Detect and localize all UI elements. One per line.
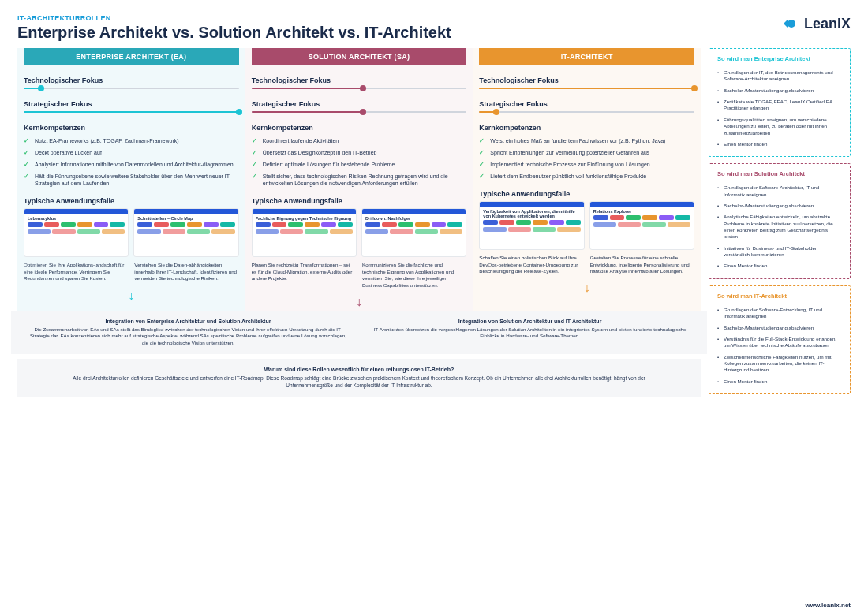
sidebox-item: Grundlagen der Software-Entwicklung, IT … — [717, 304, 842, 322]
competency-item: Spricht Empfehlungen zur Vermeidung pote… — [479, 147, 694, 158]
sidebox-item: Bachelor-/Masterstudiengang absolvieren — [717, 85, 842, 96]
integration-box: Integration von Enterprise Architektur u… — [11, 311, 365, 354]
kicker: IT-ARCHITEKTURROLLEN — [17, 14, 451, 22]
usecase-card: Drilldown: Nachfolger — [361, 208, 466, 257]
summary-title: Warum sind diese Rollen wesentlich für e… — [65, 367, 653, 372]
column-header: IT-ARCHITEKT — [479, 48, 694, 65]
tech-focus-label: Technologischer Fokus — [479, 76, 694, 84]
strat-slider — [479, 111, 694, 113]
usecase-desc: Gestalten Sie Prozesse für eine schnelle… — [590, 255, 694, 274]
tech-slider — [479, 88, 694, 89]
usecase-card: Lebenszyklus — [24, 208, 129, 257]
sidebox-list: Grundlagen der IT, des Betriebsmanagemen… — [717, 67, 842, 150]
integration-text: IT-Architekten übersetzen die vorgeschla… — [369, 326, 691, 340]
sidebox: So wird man Solution ArchitektGrundlagen… — [709, 163, 851, 279]
arrow-down-icon: ↓ — [24, 289, 239, 303]
logo: LeanIX — [780, 14, 851, 33]
strat-slider — [24, 111, 239, 113]
sidebox-item: Grundlagen der IT, des Betriebsmanagemen… — [717, 67, 842, 85]
arrow-down-icon: ↓ — [252, 295, 467, 309]
sidebox-list: Grundlagen der Software-Architektur, IT … — [717, 182, 842, 272]
sidebox-title: So wird man Solution Architekt — [717, 170, 842, 177]
arrow-down-icon: ↓ — [479, 281, 694, 295]
usecases-title: Typische Anwendungsfälle — [252, 197, 467, 205]
usecase-desc: Optimieren Sie Ihre Applikations-landsch… — [24, 262, 128, 281]
tech-slider — [24, 88, 239, 89]
competency-item: Weist ein hohes Maß an fundiertem Fachwi… — [479, 135, 694, 147]
sidebox-item: Einen Mentor finden — [717, 260, 842, 271]
sidebox-item: Einen Mentor finden — [717, 139, 842, 150]
competencies-list: Weist ein hohes Maß an fundiertem Fachwi… — [479, 135, 694, 182]
tech-focus-label: Technologischer Fokus — [24, 76, 239, 84]
sidebox-item: Verständnis für die Full-Stack-Entwicklu… — [717, 334, 842, 352]
sidebox-item: Bachelor-/Masterstudiengang absolvieren — [717, 200, 842, 211]
usecases-title: Typische Anwendungsfälle — [479, 190, 694, 198]
competency-item: Liefert dem Endbenutzer pünktlich voll f… — [479, 170, 694, 182]
competency-item: Deckt operative Lücken auf — [24, 147, 239, 158]
competency-item: Stellt sicher, dass technologischen Risi… — [252, 170, 467, 189]
usecase-card: Relations Explorer — [589, 201, 694, 250]
sidebox-item: Führungsqualitäten aneignen, um verschie… — [717, 114, 842, 139]
column-it: IT-ARCHITEKT Technologischer Fokus Strat… — [473, 48, 701, 311]
strat-focus-label: Strategischer Fokus — [24, 100, 239, 108]
svg-point-0 — [788, 20, 795, 28]
strat-focus-label: Strategischer Fokus — [252, 100, 467, 108]
sidebox-item: Zertifikate wie TOGAF, FEAC, LeanIX Cert… — [717, 96, 842, 114]
sidebox: So wird man IT-ArchitektGrundlagen der S… — [709, 285, 851, 394]
column-sa: SOLUTION ARCHITEKT (SA) Technologischer … — [245, 48, 473, 311]
integration-box: Integration von Solution Architektur und… — [353, 311, 707, 354]
usecase-desc: Schaffen Sie einen holistischen Blick au… — [479, 255, 583, 274]
competency-item: Koordiniert laufende Aktivitäten — [252, 135, 467, 147]
sidebox-item: Initiativen für Business- und IT-Stakeho… — [717, 243, 842, 261]
competency-item: Hält die Führungsebene sowie weitere Sta… — [24, 170, 239, 189]
column-header: ENTERPRISE ARCHITEKT (EA) — [24, 48, 239, 65]
usecase-card: Schnittstellen – Circle Map — [133, 208, 238, 257]
competencies-list: Nutzt EA-Frameworks (z.B. TOGAF, Zachman… — [24, 135, 239, 189]
summary-box: Warum sind diese Rollen wesentlich für e… — [17, 359, 701, 397]
usecase-card: Fachliche Eignung gegen Technische Eignu… — [252, 208, 357, 257]
sidebox-item: Bachelor-/Masterstudiengang absolvieren — [717, 322, 842, 334]
competencies-list: Koordiniert laufende AktivitätenÜbersetz… — [252, 135, 467, 189]
logo-text: LeanIX — [804, 16, 851, 32]
integration-title: Integration von Solution Architektur und… — [369, 319, 691, 324]
footer-url: www.leanix.net — [806, 602, 851, 609]
tech-focus-label: Technologischer Fokus — [252, 76, 467, 84]
integration-text: Die Zusammenarbeit von EAs und SAs stell… — [27, 326, 350, 346]
strat-focus-label: Strategischer Fokus — [479, 100, 694, 108]
competencies-title: Kernkompetenzen — [24, 124, 239, 132]
column-header: SOLUTION ARCHITEKT (SA) — [252, 48, 467, 65]
strat-slider — [252, 111, 467, 113]
column-ea: ENTERPRISE ARCHITEKT (EA) Technologische… — [17, 48, 245, 311]
logo-icon — [780, 14, 799, 33]
competencies-title: Kernkompetenzen — [479, 124, 694, 132]
sidebox-item: Zwischenmenschliche Fähigkeiten nutzen, … — [717, 352, 842, 376]
usecases-title: Typische Anwendungsfälle — [24, 197, 239, 205]
integration-title: Integration von Enterprise Architektur u… — [27, 319, 350, 324]
sidebox-item: Analytische Fähigkeiten entwickeln, um a… — [717, 211, 842, 242]
page-title: Enterprise Architekt vs. Solution Archit… — [17, 24, 451, 42]
sidebox-item: Einen Mentor finden — [717, 376, 842, 387]
sidebox: So wird man Enterprise ArchitektGrundlag… — [709, 48, 851, 157]
sidebox-title: So wird man IT-Architekt — [717, 293, 842, 300]
sidebox-item: Grundlagen der Software-Architektur, IT … — [717, 182, 842, 200]
competency-item: Analysiert Informationen mithilfe von Da… — [24, 158, 239, 170]
tech-slider — [252, 88, 467, 89]
usecase-desc: Planen Sie rechtzeitig Transformationen … — [252, 262, 356, 288]
competency-item: Nutzt EA-Frameworks (z.B. TOGAF, Zachman… — [24, 135, 239, 147]
competency-item: Implementiert technische Prozesse zur Ei… — [479, 158, 694, 170]
competencies-title: Kernkompetenzen — [252, 124, 467, 132]
usecase-desc: Kommunizieren Sie die fachliche und tech… — [362, 262, 466, 288]
competency-item: Definiert optimale Lösungen für bestehen… — [252, 158, 467, 170]
usecase-desc: Verstehen Sie die Daten-abhängigkeiten i… — [134, 262, 238, 281]
sidebox-list: Grundlagen der Software-Entwicklung, IT … — [717, 304, 842, 387]
usecase-card: Verfügbarkeit von Applikationen, die mit… — [479, 201, 584, 250]
sidebox-title: So wird man Enterprise Architekt — [717, 55, 842, 62]
competency-item: Übersetzt das Designkonzept in den IT-Be… — [252, 147, 467, 158]
summary-text: Alle drei Architekturrollen definieren G… — [65, 375, 653, 389]
